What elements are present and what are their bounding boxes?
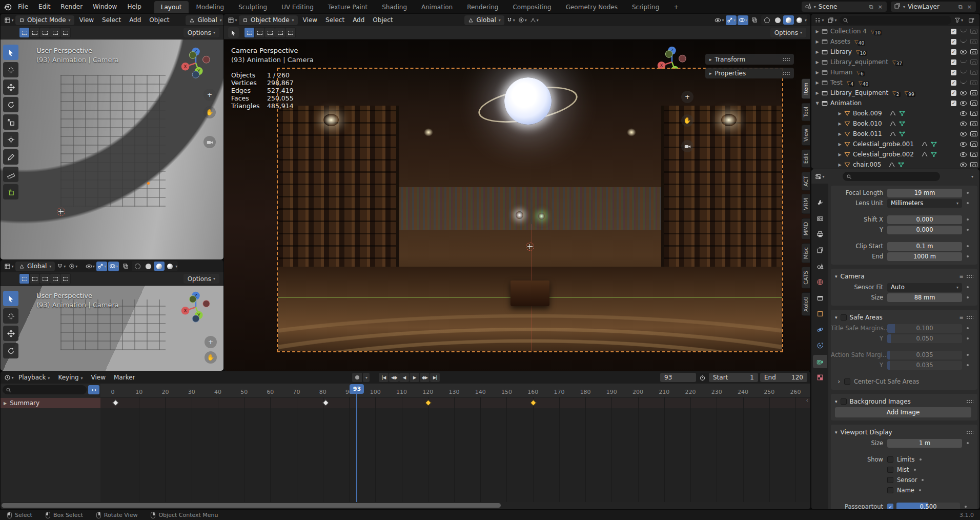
- section-checkbox[interactable]: [841, 314, 847, 321]
- properties-tab-scene-icon[interactable]: [813, 259, 827, 273]
- menu-select[interactable]: Select: [98, 16, 125, 24]
- exclude-checkbox[interactable]: ✓: [951, 39, 956, 45]
- exclude-checkbox[interactable]: ✓: [951, 70, 956, 75]
- select-box-intersect-button[interactable]: [60, 274, 70, 284]
- exclude-checkbox[interactable]: ✓: [951, 80, 956, 86]
- n-panel-tab-misc[interactable]: Misc: [802, 243, 810, 263]
- select-box-subtract-button[interactable]: [40, 274, 50, 284]
- editor-type-icon[interactable]: ▾: [4, 15, 14, 25]
- camera-view-icon[interactable]: [203, 136, 216, 148]
- add-workspace-button[interactable]: +: [667, 1, 685, 13]
- animate-dot-icon[interactable]: [965, 506, 967, 508]
- animate-dot-icon[interactable]: [920, 458, 922, 461]
- outliner-filter-collection-icon[interactable]: ▾: [827, 15, 838, 25]
- subpanel-checkbox[interactable]: [844, 378, 850, 385]
- move-tool[interactable]: [3, 326, 18, 341]
- expand-icon[interactable]: ▶: [837, 163, 843, 167]
- viewport-left-top[interactable]: User Perspective (93) Animation | Camera…: [1, 14, 223, 259]
- show-gizmo-icon[interactable]: ▾: [96, 262, 107, 271]
- shading-material-button[interactable]: [783, 15, 794, 25]
- field-shift-x[interactable]: 0.000: [887, 215, 962, 224]
- checkbox-mist[interactable]: [887, 467, 893, 473]
- tab-rendering[interactable]: Rendering: [460, 1, 505, 13]
- expand-icon[interactable]: ▶: [837, 122, 843, 126]
- animate-dot-icon[interactable]: [967, 245, 969, 247]
- auto-keying-button[interactable]: [352, 373, 362, 382]
- transform-orientation[interactable]: Global▾: [464, 15, 504, 25]
- zoom-icon[interactable]: +: [205, 336, 217, 348]
- expand-icon[interactable]: ▶: [814, 50, 820, 54]
- n-panel-tab-tool[interactable]: Tool: [802, 103, 810, 121]
- zoom-icon[interactable]: +: [203, 89, 216, 101]
- tab-scripting[interactable]: Scripting: [625, 1, 666, 13]
- cursor-tool[interactable]: [3, 308, 18, 324]
- scale-tool[interactable]: [3, 114, 18, 130]
- swap-filter-button[interactable]: ↔: [88, 385, 99, 394]
- editor-type-icon[interactable]: ▾: [814, 172, 825, 182]
- viewport-center[interactable]: Camera Perspective (93) Animation | Came…: [224, 14, 810, 371]
- section-header-viewport-display[interactable]: ▾Viewport Display: [831, 427, 977, 438]
- disable-render-icon[interactable]: [970, 101, 977, 106]
- expand-icon[interactable]: ▼: [814, 101, 820, 106]
- frame-start-field[interactable]: Start1: [709, 373, 758, 382]
- timeline-scrollbar[interactable]: [2, 503, 501, 508]
- expand-icon[interactable]: ▶: [814, 81, 820, 85]
- expand-icon[interactable]: ▶: [814, 91, 820, 95]
- menu-select[interactable]: Select: [321, 16, 349, 24]
- select-box-extend-button[interactable]: [30, 28, 39, 37]
- viewport-left-top-canvas[interactable]: User Perspective (93) Animation | Camera…: [1, 39, 223, 259]
- editor-type-icon[interactable]: ▾: [4, 262, 14, 271]
- outliner-row-library-equipment[interactable]: ▶Library_equipment▽37✓: [811, 57, 979, 67]
- animate-dot-icon[interactable]: [967, 442, 969, 444]
- summary-channel[interactable]: ▶Summary: [1, 398, 100, 408]
- disable-render-icon[interactable]: [970, 70, 977, 75]
- select-box-invert-button[interactable]: [50, 28, 60, 37]
- snap-magnet-icon[interactable]: ▾: [505, 15, 516, 25]
- options-button[interactable]: Options▾: [770, 28, 806, 37]
- jump-to-end-button[interactable]: ▶|: [430, 373, 440, 382]
- n-panel-tab-view[interactable]: View: [802, 125, 810, 146]
- disable-render-icon[interactable]: [970, 152, 977, 157]
- field-y[interactable]: 0.000: [887, 226, 962, 234]
- menu-playback[interactable]: Playback ▾: [14, 374, 54, 381]
- shading-solid-button[interactable]: [143, 262, 154, 271]
- animate-dot-icon[interactable]: [967, 296, 969, 298]
- show-gizmo-icon[interactable]: ▾: [726, 15, 737, 25]
- timeline-ruler[interactable]: 0102030405060708090100110120130140150160…: [100, 384, 810, 397]
- rotate-tool[interactable]: [3, 97, 18, 112]
- viewport-left-bottom-canvas[interactable]: User Perspective (93) Animation | Camera…: [1, 286, 223, 371]
- axis-gizmo[interactable]: ZXY: [177, 45, 214, 83]
- filter-funnel-icon[interactable]: ▾: [953, 15, 964, 25]
- field-action-safe-margi[interactable]: 0.035: [887, 351, 962, 359]
- disable-render-icon[interactable]: [970, 59, 977, 65]
- slider-passepartout[interactable]: 0.500: [896, 503, 960, 510]
- disable-render-icon[interactable]: [970, 131, 977, 136]
- hide-eye-icon[interactable]: [960, 122, 967, 126]
- hide-eye-icon[interactable]: [960, 29, 967, 32]
- editor-type-icon[interactable]: ▾: [4, 373, 14, 383]
- auto-keying-dropdown[interactable]: ▾: [363, 373, 370, 382]
- proportional-editing-icon[interactable]: ▾: [517, 15, 528, 25]
- properties-tab-tool-icon[interactable]: [813, 196, 827, 209]
- properties-panel-collapsed[interactable]: ▸Properties: [705, 68, 794, 78]
- tab-uv-editing[interactable]: UV Editing: [275, 1, 320, 13]
- menu-add[interactable]: Add: [349, 16, 369, 24]
- checkbox-limits[interactable]: [887, 456, 893, 463]
- hide-eye-icon[interactable]: [960, 80, 967, 84]
- n-panel-tab-item[interactable]: Item: [802, 78, 810, 99]
- shading-material-button[interactable]: [154, 262, 165, 271]
- axis-gizmo[interactable]: ZXY: [177, 289, 214, 327]
- play-button[interactable]: ▶: [410, 373, 419, 382]
- menu-view[interactable]: View: [87, 374, 110, 381]
- menu-view[interactable]: View: [75, 16, 98, 24]
- select-box-subtract-button[interactable]: [265, 28, 275, 37]
- animate-dot-icon[interactable]: [967, 337, 969, 339]
- tab-layout[interactable]: Layout: [154, 1, 189, 13]
- outliner-display-mode-icon[interactable]: ▾: [814, 15, 825, 25]
- editor-type-icon[interactable]: ▾: [227, 15, 238, 25]
- checkbox-sensor[interactable]: [887, 477, 893, 483]
- select-box-new-button[interactable]: [244, 28, 254, 37]
- cursor-tool[interactable]: [3, 62, 18, 77]
- tab-compositing[interactable]: Compositing: [506, 1, 558, 13]
- tab-shading[interactable]: Shading: [375, 1, 414, 13]
